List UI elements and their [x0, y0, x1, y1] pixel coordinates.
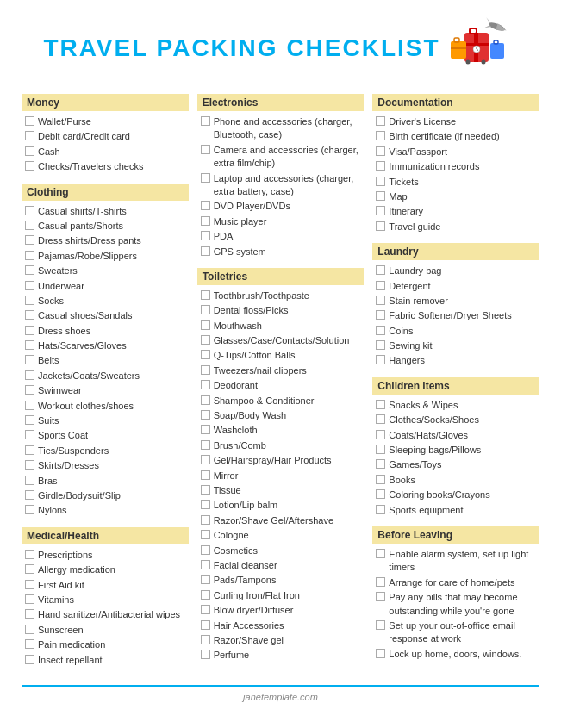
- checkbox[interactable]: [25, 281, 34, 290]
- checkbox[interactable]: [201, 620, 210, 630]
- checkbox[interactable]: [201, 605, 210, 614]
- list-item: Hair Accessories: [197, 619, 365, 633]
- checkbox[interactable]: [25, 639, 34, 649]
- checkbox[interactable]: [201, 201, 210, 210]
- checkbox[interactable]: [201, 365, 210, 375]
- checkbox[interactable]: [376, 265, 385, 275]
- checkbox[interactable]: [376, 414, 385, 424]
- checkbox[interactable]: [25, 296, 34, 305]
- checkbox[interactable]: [376, 161, 385, 171]
- checkbox[interactable]: [201, 305, 210, 314]
- checkbox[interactable]: [25, 385, 34, 395]
- list-item: Socks: [22, 294, 189, 308]
- checkbox[interactable]: [25, 146, 34, 156]
- checkbox[interactable]: [25, 251, 34, 260]
- checkbox[interactable]: [201, 440, 210, 450]
- checkbox[interactable]: [201, 116, 210, 126]
- checkbox[interactable]: [25, 370, 34, 380]
- checkbox[interactable]: [25, 460, 34, 470]
- checkbox[interactable]: [376, 221, 385, 231]
- checkbox[interactable]: [201, 380, 210, 389]
- checkbox[interactable]: [376, 326, 385, 335]
- checkbox[interactable]: [25, 340, 34, 350]
- checkbox[interactable]: [25, 655, 34, 664]
- checkbox[interactable]: [25, 235, 34, 245]
- checkbox[interactable]: [376, 340, 385, 350]
- checkbox[interactable]: [376, 620, 385, 630]
- checkbox[interactable]: [376, 592, 385, 601]
- checkbox[interactable]: [376, 131, 385, 140]
- checkbox[interactable]: [201, 246, 210, 256]
- checkbox[interactable]: [376, 191, 385, 201]
- checkbox[interactable]: [201, 350, 210, 359]
- checkbox[interactable]: [201, 395, 210, 405]
- checkbox[interactable]: [25, 564, 34, 574]
- checkbox[interactable]: [201, 470, 210, 480]
- checkbox[interactable]: [201, 173, 210, 183]
- checkbox[interactable]: [201, 485, 210, 495]
- checkbox[interactable]: [201, 290, 210, 300]
- checkbox[interactable]: [25, 430, 34, 439]
- checkbox[interactable]: [376, 549, 385, 558]
- checkbox[interactable]: [25, 326, 34, 335]
- checkbox[interactable]: [376, 116, 385, 126]
- checkbox[interactable]: [25, 476, 34, 485]
- header: TRAVEL PACKING CHECKLIST: [22, 17, 539, 78]
- checkbox[interactable]: [25, 206, 34, 215]
- checkbox[interactable]: [25, 265, 34, 275]
- item-label: Q-Tips/Cotton Balls: [214, 349, 296, 362]
- checkbox[interactable]: [201, 145, 210, 154]
- checkbox[interactable]: [201, 650, 210, 659]
- item-label: Prescriptions: [38, 549, 93, 562]
- checkbox[interactable]: [201, 216, 210, 226]
- checkbox[interactable]: [376, 146, 385, 156]
- checkbox[interactable]: [25, 415, 34, 425]
- checkbox[interactable]: [201, 335, 210, 345]
- checkbox[interactable]: [376, 177, 385, 186]
- checkbox[interactable]: [25, 580, 34, 589]
- checkbox[interactable]: [201, 635, 210, 644]
- checkbox[interactable]: [376, 649, 385, 658]
- checkbox[interactable]: [25, 445, 34, 455]
- checkbox[interactable]: [201, 590, 210, 600]
- checkbox[interactable]: [25, 116, 34, 126]
- checkbox[interactable]: [201, 320, 210, 330]
- checkbox[interactable]: [201, 410, 210, 420]
- checkbox[interactable]: [376, 489, 385, 499]
- checkbox[interactable]: [201, 545, 210, 555]
- checkbox[interactable]: [201, 560, 210, 569]
- checkbox[interactable]: [376, 281, 385, 290]
- list-item: Underwear: [22, 279, 189, 294]
- checkbox[interactable]: [25, 131, 34, 140]
- checkbox[interactable]: [201, 500, 210, 509]
- checkbox[interactable]: [201, 425, 210, 434]
- checkbox[interactable]: [376, 296, 385, 305]
- checkbox[interactable]: [25, 505, 34, 514]
- checkbox[interactable]: [201, 530, 210, 539]
- checkbox[interactable]: [25, 310, 34, 320]
- checkbox[interactable]: [376, 206, 385, 215]
- checkbox[interactable]: [25, 355, 34, 364]
- checkbox[interactable]: [201, 231, 210, 240]
- checkbox[interactable]: [376, 577, 385, 587]
- checkbox[interactable]: [25, 594, 34, 604]
- checkbox[interactable]: [376, 430, 385, 439]
- checkbox[interactable]: [25, 490, 34, 500]
- checkbox[interactable]: [376, 355, 385, 364]
- checkbox[interactable]: [201, 515, 210, 525]
- checkbox[interactable]: [25, 625, 34, 634]
- item-label: Pain medication: [38, 638, 105, 651]
- checkbox[interactable]: [25, 609, 34, 619]
- checkbox[interactable]: [376, 400, 385, 409]
- checkbox[interactable]: [25, 161, 34, 171]
- checkbox[interactable]: [201, 575, 210, 584]
- checkbox[interactable]: [25, 401, 34, 410]
- checkbox[interactable]: [376, 459, 385, 469]
- checkbox[interactable]: [25, 550, 34, 559]
- checkbox[interactable]: [376, 505, 385, 514]
- checkbox[interactable]: [376, 475, 385, 484]
- checkbox[interactable]: [25, 221, 34, 230]
- checkbox[interactable]: [201, 455, 210, 464]
- checkbox[interactable]: [376, 445, 385, 454]
- checkbox[interactable]: [376, 310, 385, 320]
